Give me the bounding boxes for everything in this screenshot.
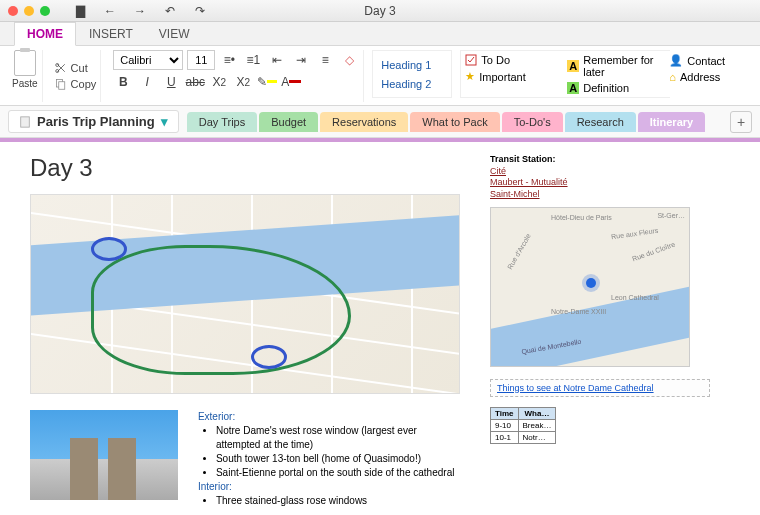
exterior-header: Exterior: [198, 410, 460, 424]
person-icon: 👤 [669, 54, 683, 67]
zoom-window[interactable] [40, 6, 50, 16]
strike-button[interactable]: abc [185, 72, 205, 92]
tag-contact[interactable]: 👤Contact [667, 53, 760, 68]
tag-address[interactable]: ⌂Address [667, 70, 760, 84]
list-item: Saint-Etienne portal on the south side o… [216, 466, 460, 480]
fontcolor-button[interactable]: A [281, 72, 301, 92]
style-heading2[interactable]: Heading 2 [381, 78, 443, 90]
outdent-icon[interactable]: ⇤ [267, 50, 287, 70]
section-tab-reservations[interactable]: Reservations [320, 112, 408, 132]
font-size-input[interactable] [187, 50, 215, 70]
undo-icon[interactable]: ↶ [160, 1, 180, 21]
house-icon: ⌂ [669, 71, 676, 83]
notebook-bar: Paris Trip Planning ▾ Day TripsBudgetRes… [0, 106, 760, 138]
svg-rect-5 [21, 116, 30, 126]
menu-tabs: HOME INSERT VIEW [0, 22, 760, 46]
ribbon: Paste Cut Copy Calibri ≡• ≡1 ⇤ ⇥ ≡ ◇ B I… [0, 46, 760, 106]
copy-icon [55, 78, 67, 90]
scissors-icon [55, 62, 67, 74]
align-icon[interactable]: ≡ [315, 50, 335, 70]
section-tab-to-do-s[interactable]: To-Do's [502, 112, 563, 132]
tab-insert[interactable]: INSERT [76, 22, 146, 45]
link-thingstosee[interactable]: Things to see at Notre Dame Cathedral [490, 379, 710, 397]
notebook-selector[interactable]: Paris Trip Planning ▾ [8, 110, 179, 133]
bullets-icon[interactable]: ≡• [219, 50, 239, 70]
bold-button[interactable]: B [113, 72, 133, 92]
section-tab-budget[interactable]: Budget [259, 112, 318, 132]
a-icon: A [567, 60, 579, 72]
a-icon: A [567, 82, 579, 94]
indent-icon[interactable]: ⇥ [291, 50, 311, 70]
add-section-button[interactable]: + [730, 111, 752, 133]
map-large[interactable] [30, 194, 460, 394]
list-item: Three stained-glass rose windows [216, 494, 460, 508]
forward-icon[interactable]: → [130, 1, 150, 21]
cut-button[interactable]: Cut [55, 62, 97, 74]
tab-view[interactable]: VIEW [146, 22, 203, 45]
checkbox-icon [465, 54, 477, 66]
toolbar-quick: ▇ ← → ↶ ↷ [70, 1, 210, 21]
svg-rect-3 [58, 82, 64, 90]
transit-block[interactable]: Transit Station: Cité Maubert - Mutualit… [490, 154, 710, 201]
italic-button[interactable]: I [137, 72, 157, 92]
close-window[interactable] [8, 6, 18, 16]
window-title: Day 3 [364, 4, 395, 18]
location-dot-icon [586, 278, 596, 288]
star-icon: ★ [465, 70, 475, 83]
notes-block[interactable]: Exterior: Notre Dame's west rose window … [198, 410, 460, 508]
notebook-icon [19, 116, 31, 128]
tag-definition[interactable]: ADefinition [565, 81, 665, 95]
style-heading1[interactable]: Heading 1 [381, 59, 443, 71]
interior-header: Interior: [198, 480, 460, 494]
paste-icon[interactable] [14, 50, 36, 76]
back-icon[interactable]: ← [100, 1, 120, 21]
tab-home[interactable]: HOME [14, 22, 76, 46]
section-tab-itinerary[interactable]: Itinerary [638, 112, 705, 132]
subscript-button[interactable]: X2 [209, 72, 229, 92]
chevron-down-icon: ▾ [161, 114, 168, 129]
tag-important[interactable]: ★Important [463, 69, 563, 84]
tag-remember[interactable]: ARemember for later [565, 53, 665, 79]
underline-button[interactable]: U [161, 72, 181, 92]
section-tabs: Day TripsBudgetReservationsWhat to PackT… [187, 112, 718, 132]
list-item: Notre Dame's west rose window (largest e… [216, 424, 460, 452]
section-tab-day-trips[interactable]: Day Trips [187, 112, 257, 132]
copy-button[interactable]: Copy [55, 78, 97, 90]
clear-format-icon[interactable]: ◇ [339, 50, 359, 70]
section-tab-research[interactable]: Research [565, 112, 636, 132]
minimize-window[interactable] [24, 6, 34, 16]
paste-button[interactable]: Paste [12, 78, 38, 89]
list-item: South tower 13-ton bell (home of Quasimo… [216, 452, 460, 466]
tags-gallery[interactable]: To Do ★Important ARemember for later ADe… [460, 50, 670, 98]
folder-icon[interactable]: ▇ [70, 1, 90, 21]
superscript-button[interactable]: X2 [233, 72, 253, 92]
numbering-icon[interactable]: ≡1 [243, 50, 263, 70]
font-select[interactable]: Calibri [113, 50, 183, 70]
schedule-table[interactable]: TimeWha… 9-10Break… 10-1Notr… [490, 407, 556, 444]
tag-todo[interactable]: To Do [463, 53, 563, 67]
page-canvas[interactable]: Day 3 Exterior: Notre Dame's west rose w… [0, 142, 760, 515]
highlight-button[interactable]: ✎ [257, 72, 277, 92]
section-tab-what-to-pack[interactable]: What to Pack [410, 112, 499, 132]
window-controls [8, 6, 50, 16]
titlebar: ▇ ← → ↶ ↷ Day 3 [0, 0, 760, 22]
map-small[interactable]: Hôtel-Dieu de Paris Leon Cathedral Rue d… [490, 207, 690, 367]
page-title[interactable]: Day 3 [30, 154, 460, 182]
styles-gallery[interactable]: Heading 1 Heading 2 [372, 50, 452, 98]
cathedral-photo[interactable] [30, 410, 178, 500]
redo-icon[interactable]: ↷ [190, 1, 210, 21]
